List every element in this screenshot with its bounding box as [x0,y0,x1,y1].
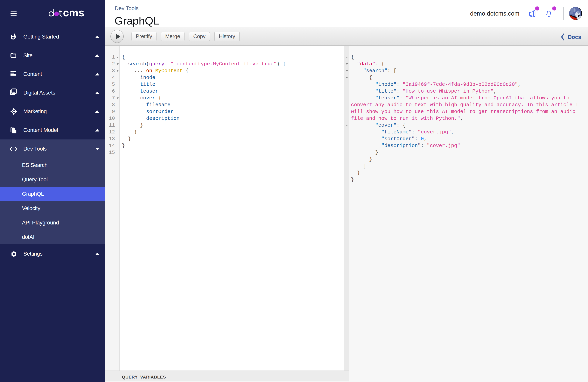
svg-text:cms: cms [63,8,84,19]
